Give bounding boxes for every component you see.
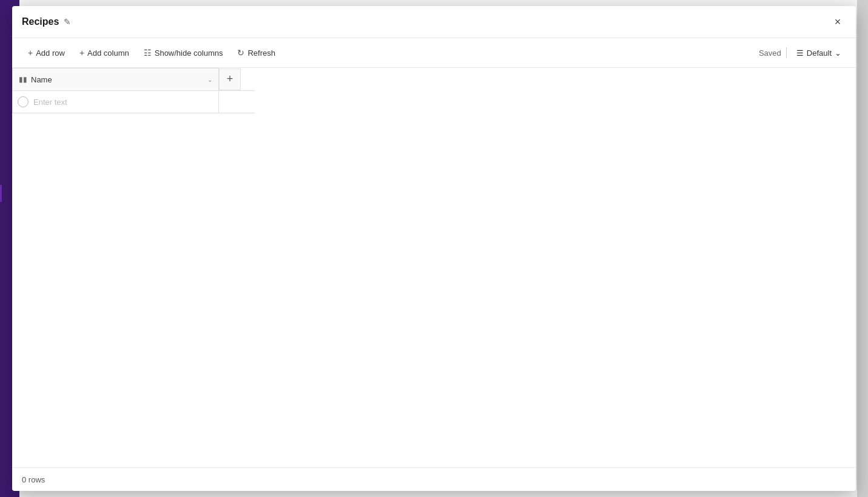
edit-icon[interactable]: ✎ [64, 17, 71, 27]
name-column-label: Name [31, 75, 52, 84]
table-row [13, 91, 255, 113]
show-hide-columns-button[interactable]: ☷ Show/hide columns [138, 44, 229, 61]
table-container: ▮▮ Name ⌄ + [12, 68, 856, 467]
empty-cell [219, 91, 255, 113]
add-column-header: + [219, 68, 255, 91]
refresh-button[interactable]: ↻ Refresh [231, 44, 281, 61]
show-hide-icon: ☷ [144, 48, 152, 58]
row-count: 0 rows [22, 475, 45, 484]
toolbar-right: Saved ☰ Default ⌄ [759, 45, 846, 61]
toolbar-divider [786, 47, 787, 58]
close-button[interactable]: × [829, 13, 846, 30]
add-column-label: Add column [87, 48, 129, 58]
saved-status: Saved [759, 48, 781, 58]
add-column-inline-button[interactable]: + [219, 68, 241, 90]
show-hide-label: Show/hide columns [155, 48, 223, 58]
name-column-icon: ▮▮ [19, 75, 27, 84]
sort-icon: ⌄ [207, 76, 212, 83]
modal-title-area: Recipes ✎ [22, 16, 71, 27]
data-table: ▮▮ Name ⌄ + [12, 68, 255, 113]
modal-footer: 0 rows [12, 467, 856, 491]
modal-title: Recipes [22, 16, 59, 27]
add-row-label: Add row [36, 48, 65, 58]
chevron-down-icon: ⌄ [835, 48, 841, 58]
toolbar: + Add row + Add column ☷ Show/hide colum… [12, 38, 856, 68]
modal-dialog: Recipes ✎ × + Add row + Add column ☷ Sho… [12, 6, 856, 491]
list-view-icon: ☰ [796, 48, 804, 58]
add-row-button[interactable]: + Add row [22, 44, 71, 61]
add-column-button[interactable]: + Add column [73, 44, 135, 61]
modal-header: Recipes ✎ × [12, 6, 856, 38]
name-input[interactable] [33, 98, 214, 107]
name-cell [13, 91, 219, 113]
refresh-label: Refresh [247, 48, 275, 58]
table-header-row: ▮▮ Name ⌄ + [13, 68, 255, 91]
toolbar-left: + Add row + Add column ☷ Show/hide colum… [22, 44, 281, 61]
default-view-label: Default [807, 48, 832, 58]
name-column-header[interactable]: ▮▮ Name ⌄ [13, 68, 219, 91]
refresh-icon: ↻ [237, 48, 244, 58]
default-view-button[interactable]: ☰ Default ⌄ [792, 45, 846, 61]
add-row-icon: + [28, 48, 33, 58]
row-status-icon [18, 96, 29, 107]
add-column-icon: + [79, 48, 84, 58]
